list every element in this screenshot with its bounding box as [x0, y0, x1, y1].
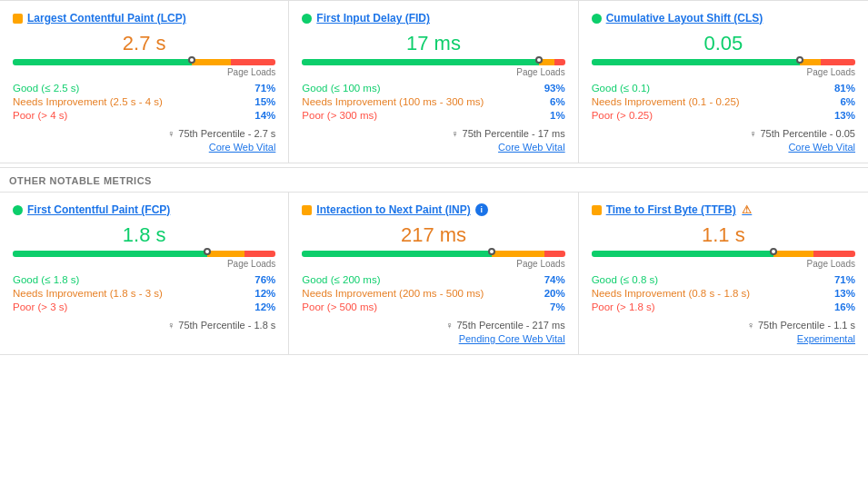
- pin-icon: ♀: [749, 128, 756, 139]
- row-value: 6%: [550, 96, 565, 107]
- info-icon[interactable]: i: [475, 203, 488, 216]
- percentile-row: ♀ 75th Percentile - 217 ms: [302, 320, 564, 331]
- percentile-row: ♀ 75th Percentile - 1.8 s: [13, 320, 275, 331]
- bar-marker: [534, 56, 544, 68]
- bar-marker-circle: [204, 248, 211, 255]
- metric-row-2: Poor (> 300 ms) 1%: [302, 110, 564, 121]
- percentile-text: 75th Percentile - 217 ms: [456, 320, 564, 331]
- metric-value: 1.1 s: [592, 223, 855, 247]
- cwv-link[interactable]: Core Web Vital: [498, 142, 565, 153]
- page-loads-label: Page Loads: [302, 259, 564, 269]
- percentile-text: 75th Percentile - 2.7 s: [178, 128, 275, 139]
- row-label: Poor (> 3 s): [13, 301, 67, 312]
- cwv-link[interactable]: Core Web Vital: [209, 142, 276, 153]
- metric-title-text: Interaction to Next Paint (INP): [316, 203, 470, 216]
- row-value: 12%: [254, 301, 275, 312]
- bar-marker-circle: [488, 248, 495, 255]
- metric-row-1: Needs Improvement (200 ms - 500 ms) 20%: [302, 288, 564, 299]
- metric-value: 17 ms: [302, 32, 564, 55]
- pin-icon: ♀: [747, 320, 754, 331]
- page-loads-label: Page Loads: [592, 67, 855, 77]
- metric-title-text: First Contentful Paint (FCP): [27, 203, 170, 216]
- row-label: Good (≤ 1.8 s): [13, 274, 79, 285]
- bar-marker: [187, 56, 196, 68]
- pin-icon: ♀: [167, 128, 175, 139]
- bar-marker: [769, 248, 778, 260]
- metric-value: 1.8 s: [13, 223, 275, 247]
- metric-row-1: Needs Improvement (0.8 s - 1.8 s) 13%: [592, 288, 855, 299]
- bar-track: [13, 59, 275, 65]
- metric-card-ttfb: Time to First Byte (TTFB) ⚠ 1.1 s Page L…: [579, 193, 868, 355]
- row-value: 93%: [544, 83, 565, 94]
- metric-card-fcp: First Contentful Paint (FCP) 1.8 s Page …: [0, 193, 289, 355]
- row-value: 71%: [254, 83, 275, 94]
- cwv-link[interactable]: Pending Core Web Vital: [459, 333, 565, 344]
- pin-icon: ♀: [445, 320, 453, 331]
- metric-row-0: Good (≤ 200 ms) 74%: [302, 274, 564, 285]
- metric-value: 0.05: [592, 32, 855, 55]
- metric-title-lcp[interactable]: Largest Contentful Paint (LCP): [13, 12, 275, 25]
- metrics-grid: First Contentful Paint (FCP) 1.8 s Page …: [0, 192, 868, 355]
- metric-row-2: Poor (> 1.8 s) 16%: [592, 301, 855, 312]
- bar-track: [592, 251, 855, 257]
- cwv-link-container: Core Web Vital: [592, 141, 855, 153]
- metric-row-2: Poor (> 0.25) 13%: [592, 110, 855, 121]
- bar-marker-circle: [188, 56, 195, 64]
- metric-row-0: Good (≤ 100 ms) 93%: [302, 83, 564, 94]
- metric-value: 2.7 s: [13, 32, 275, 55]
- row-label: Needs Improvement (2.5 s - 4 s): [13, 96, 163, 107]
- bar-marker: [203, 248, 212, 260]
- percentile-text: 75th Percentile - 0.05: [760, 128, 855, 139]
- metric-title-inp[interactable]: Interaction to Next Paint (INP) i: [302, 203, 564, 216]
- metric-card-inp: Interaction to Next Paint (INP) i 217 ms…: [289, 193, 578, 355]
- row-value: 7%: [550, 301, 565, 312]
- bar-track: [302, 59, 564, 65]
- row-value: 12%: [254, 288, 275, 299]
- row-value: 6%: [840, 96, 855, 107]
- row-label: Good (≤ 2.5 s): [13, 83, 79, 94]
- bar-marker-circle: [770, 248, 777, 255]
- row-value: 16%: [834, 301, 855, 312]
- metric-title-fcp[interactable]: First Contentful Paint (FCP): [13, 203, 275, 216]
- metric-title-fid[interactable]: First Input Delay (FID): [302, 12, 564, 25]
- cwv-link-container: Pending Core Web Vital: [302, 332, 564, 345]
- metric-title-text: Time to First Byte (TTFB): [606, 203, 736, 216]
- metric-card-fid: First Input Delay (FID) 17 ms Page Loads…: [289, 1, 578, 163]
- row-label: Poor (> 0.25): [592, 110, 653, 121]
- metrics-grid: Largest Contentful Paint (LCP) 2.7 s Pag…: [0, 0, 868, 163]
- metric-row-1: Needs Improvement (1.8 s - 3 s) 12%: [13, 288, 275, 299]
- row-label: Poor (> 500 ms): [302, 301, 377, 312]
- warn-icon[interactable]: ⚠: [741, 203, 753, 216]
- row-label: Needs Improvement (1.8 s - 3 s): [13, 288, 163, 299]
- percentile-row: ♀ 75th Percentile - 0.05: [592, 128, 855, 139]
- pin-icon: ♀: [167, 320, 175, 331]
- row-label: Good (≤ 100 ms): [302, 83, 380, 94]
- row-label: Needs Improvement (0.8 s - 1.8 s): [592, 288, 750, 299]
- metric-title-text: Cumulative Layout Shift (CLS): [606, 12, 763, 25]
- metric-row-1: Needs Improvement (0.1 - 0.25) 6%: [592, 96, 855, 107]
- metric-indicator: [302, 14, 312, 24]
- metric-indicator: [13, 205, 23, 215]
- cwv-link-container: Core Web Vital: [13, 141, 275, 153]
- row-label: Poor (> 4 s): [13, 110, 67, 121]
- metric-title-cls[interactable]: Cumulative Layout Shift (CLS): [592, 12, 855, 25]
- bar-container: [302, 59, 564, 65]
- cwv-link[interactable]: Core Web Vital: [788, 142, 855, 153]
- row-value: 71%: [834, 274, 855, 285]
- metric-indicator: [13, 14, 23, 24]
- metric-card-lcp: Largest Contentful Paint (LCP) 2.7 s Pag…: [0, 1, 289, 163]
- row-value: 15%: [254, 96, 275, 107]
- cwv-link[interactable]: Experimental: [797, 333, 855, 344]
- pin-icon: ♀: [451, 128, 458, 139]
- percentile-row: ♀ 75th Percentile - 17 ms: [302, 128, 564, 139]
- metric-indicator: [592, 14, 602, 24]
- metric-indicator: [302, 205, 312, 215]
- row-value: 81%: [834, 83, 855, 94]
- bar-track: [13, 251, 275, 257]
- bar-container: [13, 251, 275, 257]
- row-value: 13%: [834, 110, 855, 121]
- bar-marker-circle: [535, 56, 543, 64]
- row-value: 74%: [544, 274, 565, 285]
- row-label: Good (≤ 0.1): [592, 83, 650, 94]
- metric-title-ttfb[interactable]: Time to First Byte (TTFB) ⚠: [592, 203, 855, 216]
